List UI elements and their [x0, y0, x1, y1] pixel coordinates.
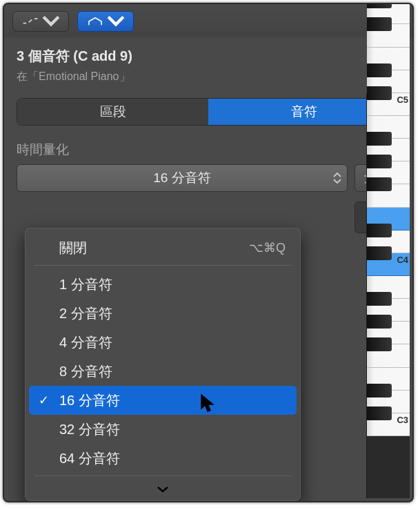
- svg-point-1: [32, 17, 34, 20]
- black-key[interactable]: [367, 246, 392, 260]
- check-icon: ✓: [39, 393, 49, 408]
- octave-label: C5: [397, 95, 408, 105]
- menu-item-label: 1 分音符: [59, 275, 112, 294]
- black-key[interactable]: [367, 384, 392, 398]
- segment-region[interactable]: 區段: [17, 99, 208, 125]
- automation-mode-button[interactable]: [12, 11, 69, 32]
- selection-subtitle: 在「Emotional Piano」: [17, 70, 400, 84]
- menu-item-label: 2 分音符: [59, 304, 112, 323]
- quantize-row: 16 分音符 量化: [17, 164, 400, 192]
- filter-icon: [86, 15, 104, 28]
- black-key[interactable]: [367, 132, 392, 146]
- quantize-menu: ✓ 關閉 ⌥⌘Q ✓1 分音符✓2 分音符✓4 分音符✓8 分音符✓16 分音符…: [25, 228, 301, 501]
- svg-point-0: [26, 22, 29, 25]
- black-key[interactable]: [367, 337, 392, 351]
- menu-more[interactable]: [29, 480, 297, 498]
- menu-item-label: 32 分音符: [59, 420, 120, 439]
- inspector-panel: 3 個音符 (C add 9) 在「Emotional Piano」 區段 音符…: [3, 3, 414, 502]
- black-key[interactable]: [367, 406, 392, 420]
- stepper-icon: [333, 173, 341, 184]
- menu-item-label: 8 分音符: [59, 362, 112, 381]
- chevron-down-icon: [42, 15, 60, 28]
- black-key[interactable]: [367, 86, 392, 100]
- chevron-down-icon: [157, 485, 169, 493]
- black-key[interactable]: [367, 224, 392, 237]
- menu-item[interactable]: ✓8 分音符: [29, 357, 297, 386]
- menu-item[interactable]: ✓2 分音符: [29, 299, 297, 328]
- black-key[interactable]: [367, 63, 392, 77]
- toolbar: [4, 4, 412, 37]
- menu-item-label: 關閉: [59, 239, 87, 257]
- selection-title: 3 個音符 (C add 9): [17, 47, 400, 66]
- black-key[interactable]: [367, 155, 392, 168]
- menu-item-label: 64 分音符: [59, 449, 120, 468]
- octave-label: C3: [397, 415, 408, 425]
- piano-keyboard[interactable]: C5C4C3: [366, 94, 410, 498]
- menu-item[interactable]: ✓16 分音符: [29, 386, 297, 415]
- black-key[interactable]: [367, 17, 392, 31]
- menu-item-off[interactable]: ✓ 關閉 ⌥⌘Q: [29, 233, 297, 262]
- black-key[interactable]: [367, 177, 392, 191]
- black-key[interactable]: [367, 315, 392, 328]
- menu-item-label: 4 分音符: [59, 333, 112, 352]
- menu-separator: [34, 265, 291, 266]
- menu-item-label: 16 分音符: [59, 391, 120, 410]
- chevron-down-icon: [107, 15, 125, 28]
- header: 3 個音符 (C add 9) 在「Emotional Piano」: [4, 37, 412, 92]
- automation-icon: [21, 15, 39, 28]
- midi-filter-button[interactable]: [77, 11, 134, 32]
- menu-item[interactable]: ✓32 分音符: [29, 415, 297, 444]
- time-quantize-label: 時間量化: [17, 141, 400, 159]
- octave-label: C4: [397, 255, 408, 265]
- menu-item[interactable]: ✓4 分音符: [29, 328, 297, 357]
- menu-separator: [34, 475, 291, 476]
- quantize-value-select[interactable]: 16 分音符: [17, 164, 348, 192]
- black-key[interactable]: [367, 292, 392, 306]
- quantize-value-text: 16 分音符: [153, 169, 210, 187]
- menu-item[interactable]: ✓64 分音符: [29, 444, 297, 473]
- menu-item[interactable]: ✓1 分音符: [29, 270, 297, 299]
- view-segmented-control: 區段 音符: [17, 98, 400, 126]
- black-key[interactable]: [367, 3, 392, 8]
- menu-shortcut: ⌥⌘Q: [249, 240, 286, 255]
